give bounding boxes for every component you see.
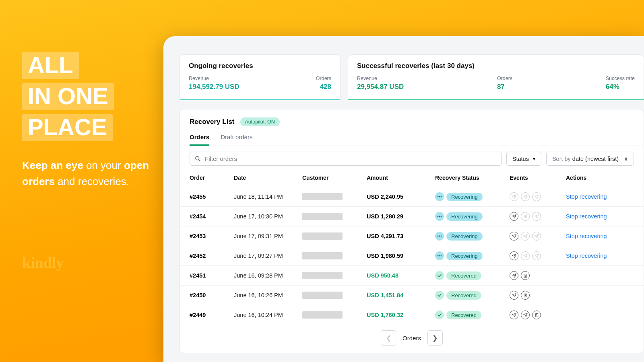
status-pill: Recovered xyxy=(446,291,481,300)
cell-amount: USD 1,451.84 xyxy=(367,292,435,298)
successful-recoveries-card: Successful recoveries (last 30 days) Rev… xyxy=(348,54,644,100)
cell-date: June 17, 10:30 PM xyxy=(234,213,302,220)
customer-redacted xyxy=(302,252,343,259)
cell-order[interactable]: #2450 xyxy=(190,292,234,298)
promo-panel: ALL IN ONE PLACE Keep an eye on your ope… xyxy=(22,52,155,272)
filter-orders-input[interactable] xyxy=(205,155,496,162)
table-row: #2451 June 16, 09:28 PM USD 950.48 Recov… xyxy=(180,265,644,285)
cell-events xyxy=(510,251,566,260)
filter-orders-field[interactable] xyxy=(190,152,502,166)
tab-orders[interactable]: Orders xyxy=(190,134,209,146)
col-order: Order xyxy=(190,175,234,181)
cell-amount: USD 1,280.29 xyxy=(367,213,435,220)
customer-redacted xyxy=(302,193,343,200)
table-row: #2449 June 16, 10:24 PM USD 1,760.32 Rec… xyxy=(180,305,644,325)
svg-point-12 xyxy=(439,255,440,257)
cell-actions: Stop recovering xyxy=(566,233,644,239)
svg-point-2 xyxy=(438,196,439,197)
send-event-icon xyxy=(510,212,518,221)
status-filter-button[interactable]: Status xyxy=(506,152,541,166)
recovering-icon xyxy=(435,232,444,241)
status-pill: Recovering xyxy=(446,252,483,260)
cell-status: Recovering xyxy=(435,251,510,260)
tab-draft-orders[interactable]: Draft orders xyxy=(221,134,252,146)
cell-events xyxy=(510,192,566,201)
prev-page-button[interactable]: ❮ xyxy=(381,330,396,346)
cell-amount: USD 950.48 xyxy=(367,272,435,279)
status-pill: Recovering xyxy=(446,232,483,241)
cell-amount: USD 1,760.32 xyxy=(367,312,435,318)
ongoing-revenue-value: 194,592.79 USD xyxy=(189,83,239,91)
svg-point-13 xyxy=(441,255,442,257)
stop-recovering-link[interactable]: Stop recovering xyxy=(566,193,607,200)
chevron-left-icon: ❮ xyxy=(386,334,391,342)
promo-line-1: ALL xyxy=(22,52,79,79)
stop-recovering-link[interactable]: Stop recovering xyxy=(566,253,607,259)
cell-order[interactable]: #2454 xyxy=(190,213,234,220)
svg-point-0 xyxy=(196,156,199,160)
send-event-icon xyxy=(510,311,518,319)
sort-button[interactable]: Sort by date (newest first) ▲▼ xyxy=(546,152,634,166)
table-row: #2450 June 16, 10:26 PM USD 1,451.84 Rec… xyxy=(180,285,644,305)
col-amount: Amount xyxy=(367,175,435,181)
cell-order[interactable]: #2453 xyxy=(190,233,234,239)
send-event-icon xyxy=(510,271,518,280)
successful-title: Successful recoveries (last 30 days) xyxy=(357,62,635,70)
cell-amount: USD 4,291.73 xyxy=(367,233,435,239)
send-event-icon xyxy=(532,232,541,241)
cell-date: June 17, 09:31 PM xyxy=(234,233,302,239)
cell-customer xyxy=(302,213,367,220)
ongoing-title: Ongoing recoveries xyxy=(189,62,331,70)
status-pill: Recovered xyxy=(446,311,481,319)
recovering-icon xyxy=(435,212,444,221)
send-event-icon xyxy=(521,212,530,221)
send-event-icon xyxy=(510,192,518,201)
col-events: Events xyxy=(510,175,566,181)
search-icon xyxy=(195,156,201,162)
ongoing-recoveries-card: Ongoing recoveries Revenue 194,592.79 US… xyxy=(180,54,341,100)
cell-events xyxy=(510,212,566,221)
stop-recovering-link[interactable]: Stop recovering xyxy=(566,233,607,239)
svg-point-8 xyxy=(438,236,439,237)
send-event-icon xyxy=(510,251,518,260)
chevron-right-icon: ❯ xyxy=(432,334,438,342)
cell-events xyxy=(510,311,566,319)
cell-order[interactable]: #2455 xyxy=(190,193,234,200)
cell-order[interactable]: #2449 xyxy=(190,312,234,318)
recovered-icon xyxy=(435,271,444,280)
sort-icon: ▲▼ xyxy=(624,156,628,161)
send-event-icon xyxy=(521,251,530,260)
successful-rate-value: 64% xyxy=(606,83,635,91)
successful-revenue-value: 29,954.87 USD xyxy=(357,83,404,91)
cell-status: Recovered xyxy=(435,311,510,319)
table-header: Order Date Customer Amount Recovery Stat… xyxy=(180,169,644,187)
cell-customer xyxy=(302,252,367,259)
cell-date: June 17, 09:27 PM xyxy=(234,253,302,259)
col-status: Recovery Status xyxy=(435,175,510,181)
col-date: Date xyxy=(234,175,302,181)
cell-actions: Stop recovering xyxy=(566,213,644,220)
stop-recovering-link[interactable]: Stop recovering xyxy=(566,213,607,220)
cell-actions: Stop recovering xyxy=(566,193,644,200)
svg-point-7 xyxy=(441,216,442,217)
svg-point-3 xyxy=(439,196,440,197)
cell-actions: Stop recovering xyxy=(566,253,644,259)
customer-redacted xyxy=(302,292,343,299)
cell-status: Recovering xyxy=(435,192,510,201)
col-customer: Customer xyxy=(302,175,367,181)
cell-order[interactable]: #2451 xyxy=(190,272,234,279)
app-window: Ongoing recoveries Revenue 194,592.79 US… xyxy=(163,36,644,362)
cell-status: Recovering xyxy=(435,212,510,221)
next-page-button[interactable]: ❯ xyxy=(427,330,443,346)
cell-events xyxy=(510,271,566,280)
ongoing-orders-label: Orders xyxy=(316,76,331,81)
recovery-list-title: Recovery List xyxy=(190,118,235,126)
cell-order[interactable]: #2452 xyxy=(190,253,234,259)
cell-date: June 16, 10:26 PM xyxy=(234,292,302,298)
promo-subtitle: Keep an eye on your open orders and reco… xyxy=(22,157,155,190)
status-pill: Recovering xyxy=(446,212,483,221)
svg-point-11 xyxy=(438,255,439,257)
successful-orders-label: Orders xyxy=(497,76,512,81)
order-event-icon xyxy=(521,291,530,300)
recovered-icon xyxy=(435,311,444,319)
